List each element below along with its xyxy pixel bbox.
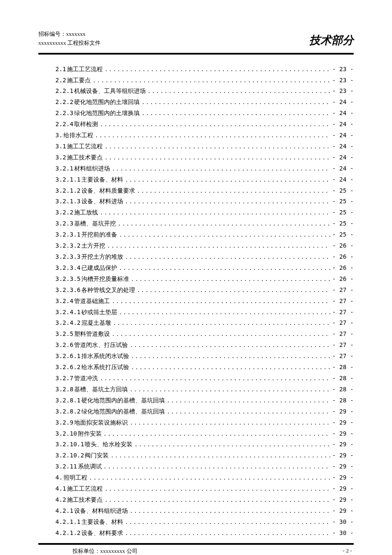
toc-entry-number: 3.2.11 bbox=[55, 461, 77, 472]
toc-entry-title: 喷头、给水栓安装 bbox=[85, 439, 133, 450]
toc-row: 3.2.9地面拟安装设施标识- 29 - bbox=[55, 417, 354, 428]
document-title: xxxxxxxxxx 工程投标文件 bbox=[38, 39, 101, 48]
toc-entry-number: 3.2.3.4 bbox=[55, 263, 81, 273]
toc-entry-page: - 29 - bbox=[332, 439, 354, 450]
toc-row: 2.2.2硬化地范围内的土壤回填- 24 - bbox=[55, 97, 354, 108]
toc-entry-title: 砂或筛土垫层 bbox=[81, 307, 117, 318]
toc-entry-number: 3.2.10 bbox=[55, 428, 77, 439]
toc-dot-leader bbox=[113, 318, 330, 328]
toc-entry-page: - 29 - bbox=[332, 450, 354, 461]
toc-entry-number: 3.2.8.1 bbox=[55, 395, 81, 406]
toc-dot-leader bbox=[130, 340, 330, 350]
toc-entry-number: 4.2.1 bbox=[55, 506, 73, 516]
toc-entry-number: 4.2.1.2 bbox=[55, 528, 81, 538]
bidder-value: xxxxxxxxx 公司 bbox=[100, 548, 138, 554]
toc-entry-number: 3.1 bbox=[55, 141, 66, 152]
toc-dot-leader bbox=[100, 208, 330, 217]
toc-entry-number: 3.2.2 bbox=[55, 207, 73, 218]
toc-entry-number: 2.2.3 bbox=[55, 108, 73, 119]
toc-entry-title: 施工放线 bbox=[74, 208, 98, 218]
toc-entry-number: 3.2.5 bbox=[55, 329, 73, 339]
toc-entry-number: 4.2.1.1 bbox=[55, 517, 81, 527]
toc-row: 3.2.10.1喷头、给水栓安装- 29 - bbox=[55, 439, 354, 450]
toc-row: 3.给排水工程- 24 - bbox=[55, 130, 354, 141]
toc-entry-number: 4. bbox=[55, 472, 63, 483]
toc-row: 3.2.2施工放线- 25 - bbox=[55, 207, 354, 218]
toc-entry-page: - 27 - bbox=[332, 340, 354, 350]
toc-dot-leader bbox=[107, 241, 330, 251]
toc-entry-number: 2.1 bbox=[55, 64, 66, 75]
toc-dot-leader bbox=[137, 285, 330, 295]
page-footer: 投标单位：xxxxxxxxx 公司 - 2 - bbox=[38, 547, 354, 555]
toc-entry-number: 3.2.3.6 bbox=[55, 285, 81, 295]
toc-row: 2.2.4取样检测- 24 - bbox=[55, 119, 354, 130]
toc-entry-page: - 25 - bbox=[332, 196, 354, 207]
toc-dot-leader bbox=[118, 219, 330, 228]
toc-entry-page: - 26 - bbox=[332, 274, 354, 284]
toc-entry-page: - 28 - bbox=[332, 395, 354, 406]
toc-row: 3.2施工技术要点- 24 - bbox=[55, 152, 354, 163]
toc-entry-page: - 25 - bbox=[332, 207, 354, 218]
toc-dot-leader bbox=[167, 407, 330, 416]
toc-row: 4.2.1.2设备、材料要求- 30 - bbox=[55, 528, 354, 539]
toc-row: 4.2.1设备、材料组织进场- 29 - bbox=[55, 506, 354, 517]
toc-row: 2.2施工要点- 23 - bbox=[55, 75, 354, 86]
toc-row: 3.2.5塑料管道敷设- 27 - bbox=[55, 329, 354, 340]
toc-entry-number: 4.2 bbox=[55, 494, 66, 505]
toc-entry-number: 3.2.3.3 bbox=[55, 251, 81, 262]
toc-entry-number: 3.2.1 bbox=[55, 163, 73, 174]
section-title: 技术部分 bbox=[309, 33, 354, 48]
toc-row: 4.2施工技术要点- 29 - bbox=[55, 494, 354, 506]
toc-entry-page: - 29 - bbox=[332, 472, 354, 483]
toc-entry-page: - 24 - bbox=[332, 119, 354, 130]
toc-row: 3.2.8基槽、基坑土方回填- 28 - bbox=[55, 384, 354, 395]
toc-entry-page: - 24 - bbox=[332, 152, 354, 163]
toc-entry-number: 3.2 bbox=[55, 152, 66, 163]
toc-entry-title: 混凝土基墩 bbox=[81, 318, 111, 329]
toc-entry-title: 机械设备、工具等组织进场 bbox=[74, 86, 146, 97]
toc-entry-page: - 24 - bbox=[332, 163, 354, 174]
toc-dot-leader bbox=[141, 97, 330, 107]
toc-dot-leader bbox=[131, 362, 330, 372]
toc-row: 3.2.3.1开挖前的准备- 25 - bbox=[55, 229, 354, 240]
toc-entry-page: - 24 - bbox=[332, 141, 354, 152]
toc-entry-title: 施工工艺流程 bbox=[67, 64, 103, 75]
toc-row: 4.照明工程- 29 - bbox=[55, 472, 354, 483]
toc-entry-page: - 27 - bbox=[332, 329, 354, 339]
toc-entry-number: 2.2.1 bbox=[55, 86, 73, 96]
toc-dot-leader bbox=[134, 439, 330, 449]
toc-entry-title: 硬化地范围内的基槽、基坑回填 bbox=[81, 396, 165, 406]
toc-entry-title: 绿化地范围内的土壤换填 bbox=[74, 108, 140, 119]
toc-dot-leader bbox=[131, 274, 330, 284]
toc-dot-leader bbox=[130, 418, 330, 428]
toc-dot-leader bbox=[100, 119, 330, 129]
toc-dot-leader bbox=[130, 384, 330, 394]
toc-dot-leader bbox=[147, 86, 330, 96]
toc-entry-title: 主要设备、材料 bbox=[81, 517, 123, 528]
toc-row: 3.2.4.1砂或筛土垫层- 27 - bbox=[55, 307, 354, 318]
toc-dot-leader bbox=[104, 142, 330, 151]
toc-entry-page: - 23 - bbox=[332, 64, 354, 75]
toc-entry-title: 土方开挖 bbox=[81, 241, 105, 251]
toc-entry-title: 管道冲洗 bbox=[74, 373, 98, 384]
toc-entry-page: - 24 - bbox=[332, 97, 354, 107]
toc-entry-title: 照明工程 bbox=[63, 473, 87, 483]
toc-entry-page: - 25 - bbox=[332, 185, 354, 196]
toc-row: 3.2.10.2阀门安装- 29 - bbox=[55, 450, 354, 461]
toc-entry-title: 设备、材料进场 bbox=[81, 197, 123, 207]
toc-entry-page: - 25 - bbox=[332, 229, 354, 240]
toc-entry-number: 3.2.4.1 bbox=[55, 307, 81, 318]
toc-dot-leader bbox=[125, 252, 330, 262]
toc-row: 3.2.3.6各种管线交叉的处理- 27 - bbox=[55, 285, 354, 296]
toc-dot-leader bbox=[119, 263, 330, 273]
toc-row: 2.1施工工艺流程- 23 - bbox=[55, 64, 354, 75]
toc-dot-leader bbox=[104, 64, 330, 74]
toc-entry-number: 2.2 bbox=[55, 75, 66, 86]
toc-row: 3.2.3.3开挖土方的堆放- 26 - bbox=[55, 251, 354, 263]
toc-row: 3.2.3基槽、基坑开挖- 25 - bbox=[55, 218, 354, 229]
toc-entry-title: 排水系统闭水试验 bbox=[81, 351, 129, 362]
toc-entry-number: 3.2.10.1 bbox=[55, 439, 84, 450]
toc-entry-title: 设备、材料要求 bbox=[81, 528, 123, 539]
toc-row: 3.2.4管道基础施工- 27 - bbox=[55, 296, 354, 307]
page-header: 招标编号：xxxxxxx xxxxxxxxxx 工程投标文件 技术部分 bbox=[38, 30, 354, 51]
